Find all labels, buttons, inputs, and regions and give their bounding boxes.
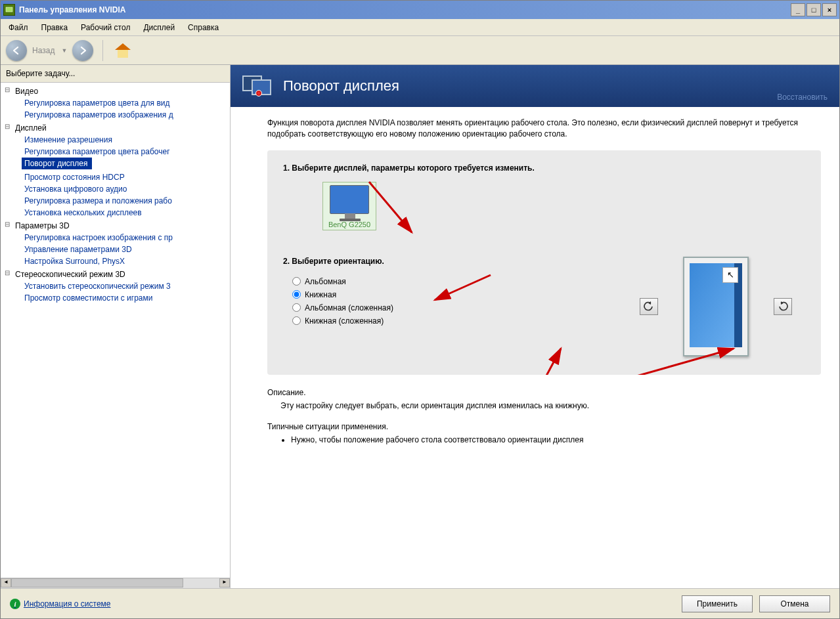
info-icon: i: [10, 599, 20, 609]
footer: i Информация о системе Применить Отмена: [1, 588, 839, 618]
home-button[interactable]: [112, 40, 133, 61]
rotate-display-icon: [242, 73, 274, 99]
restore-defaults-link[interactable]: Восстановить: [777, 93, 828, 102]
orientation-label: Альбомная (сложенная): [305, 303, 393, 312]
tree-group-head[interactable]: Дисплей: [3, 122, 230, 134]
tree-group-head[interactable]: Видео: [3, 85, 230, 97]
menu-help[interactable]: Справка: [183, 20, 224, 35]
tree-item[interactable]: Регулировка параметров цвета для вид: [22, 97, 230, 109]
settings-panel: 1. Выберите дисплей, параметры которого …: [267, 150, 821, 375]
orientation-label: Книжная: [305, 290, 336, 299]
sidebar: Выберите задачу... ВидеоРегулировка пара…: [1, 65, 231, 588]
tree-item[interactable]: Регулировка настроек изображения с пр: [22, 232, 230, 244]
orientation-radio[interactable]: Альбомная (сложенная): [292, 301, 393, 314]
app-window: Панель управления NVIDIA _ □ × Файл Прав…: [0, 0, 840, 619]
content-area: Выберите задачу... ВидеоРегулировка пара…: [1, 65, 839, 588]
tree-group-head[interactable]: Стереоскопический режим 3D: [3, 268, 230, 280]
usecase-item: Нужно, чтобы положение рабочего стола со…: [291, 435, 821, 444]
tree-item[interactable]: Просмотр состояния HDCP: [22, 171, 230, 183]
tree-item[interactable]: Просмотр совместимости с играми: [22, 292, 230, 304]
orientation-radio-input[interactable]: [292, 290, 301, 299]
display-name: BenQ G2250: [323, 221, 376, 228]
system-info-link[interactable]: i Информация о системе: [10, 599, 110, 609]
description-section: Описание. Эту настройку следует выбрать,…: [267, 388, 821, 444]
tree-item[interactable]: Установка цифрового аудио: [22, 183, 230, 195]
orientation-radio-input[interactable]: [292, 316, 301, 325]
orientation-radio[interactable]: Книжная: [292, 288, 393, 301]
scroll-left-button[interactable]: ◄: [1, 578, 11, 587]
menu-desktop[interactable]: Рабочий стол: [76, 20, 135, 35]
toolbar: Назад ▼: [1, 36, 839, 65]
system-info-label: Информация о системе: [24, 599, 110, 608]
tree-item[interactable]: Установка нескольких дисплеев: [22, 207, 230, 219]
tree-item[interactable]: Поворот дисплея: [22, 158, 92, 169]
main-body: Функция поворота дисплея NVIDIA позволяе…: [231, 107, 839, 588]
minimize-button[interactable]: _: [791, 3, 805, 16]
orientation-radio-input[interactable]: [292, 277, 301, 286]
rotate-indicator-icon: ↖: [722, 267, 738, 283]
rotate-ccw-button[interactable]: [640, 298, 658, 315]
rotate-cw-button[interactable]: [774, 298, 792, 315]
cancel-button[interactable]: Отмена: [759, 595, 830, 612]
tree-item[interactable]: Установить стереоскопический режим 3: [22, 280, 230, 292]
preview-monitor: ↖: [683, 257, 749, 356]
svg-rect-0: [6, 7, 12, 12]
display-thumbnail[interactable]: BenQ G2250: [322, 182, 376, 230]
sidebar-hscrollbar[interactable]: ◄ ►: [1, 578, 230, 588]
tree-item[interactable]: Управление параметрами 3D: [22, 244, 230, 255]
apply-button[interactable]: Применить: [682, 595, 753, 612]
tree-item[interactable]: Настройка Surround, PhysX: [22, 255, 230, 267]
task-tree[interactable]: ВидеоРегулировка параметров цвета для ви…: [1, 83, 230, 578]
main-header: Поворот дисплея Восстановить: [231, 65, 839, 107]
step1-title: 1. Выберите дисплей, параметры которого …: [283, 163, 805, 173]
window-title: Панель управления NVIDIA: [19, 5, 125, 14]
toolbar-separator: [102, 40, 103, 61]
tree-item[interactable]: Изменение разрешения: [22, 134, 230, 146]
sidebar-heading: Выберите задачу...: [1, 65, 230, 83]
home-icon: [115, 43, 131, 58]
usecases-title: Типичные ситуации применения.: [267, 422, 821, 431]
description-text: Эту настройку следует выбрать, если орие…: [280, 401, 821, 410]
nav-forward-button[interactable]: [72, 40, 93, 61]
menu-display[interactable]: Дисплей: [138, 20, 180, 35]
menubar: Файл Правка Рабочий стол Дисплей Справка: [1, 19, 839, 36]
orientation-radio[interactable]: Альбомная: [292, 275, 393, 288]
orientation-label: Книжная (сложенная): [305, 316, 384, 326]
nav-back-button[interactable]: [6, 40, 27, 61]
page-title: Поворот дисплея: [283, 77, 399, 95]
main-panel: Поворот дисплея Восстановить Функция пов…: [231, 65, 839, 588]
close-button[interactable]: ×: [822, 3, 837, 16]
scroll-thumb[interactable]: [11, 578, 183, 587]
monitor-icon: [330, 185, 369, 214]
tree-item[interactable]: Регулировка размера и положения рабо: [22, 195, 230, 207]
step2-title: 2. Выберите ориентацию.: [283, 257, 393, 266]
tree-item[interactable]: Регулировка параметров цвета рабочег: [22, 146, 230, 158]
scroll-right-button[interactable]: ►: [219, 578, 230, 587]
orientation-radio-input[interactable]: [292, 303, 301, 312]
app-icon: [3, 4, 15, 16]
description-title: Описание.: [267, 388, 821, 397]
menu-edit[interactable]: Правка: [36, 20, 74, 35]
orientation-preview: ↖: [640, 257, 792, 356]
nav-back-dropdown-icon[interactable]: ▼: [61, 47, 67, 54]
tree-item[interactable]: Регулировка параметров изображения д: [22, 109, 230, 121]
nav-back-label: Назад: [32, 46, 55, 55]
menu-file[interactable]: Файл: [3, 20, 33, 35]
intro-text: Функция поворота дисплея NVIDIA позволяе…: [267, 117, 821, 140]
tree-group-head[interactable]: Параметры 3D: [3, 220, 230, 232]
maximize-button[interactable]: □: [807, 3, 821, 16]
orientation-label: Альбомная: [305, 277, 346, 286]
titlebar: Панель управления NVIDIA _ □ ×: [1, 1, 839, 19]
orientation-radio[interactable]: Книжная (сложенная): [292, 314, 393, 328]
